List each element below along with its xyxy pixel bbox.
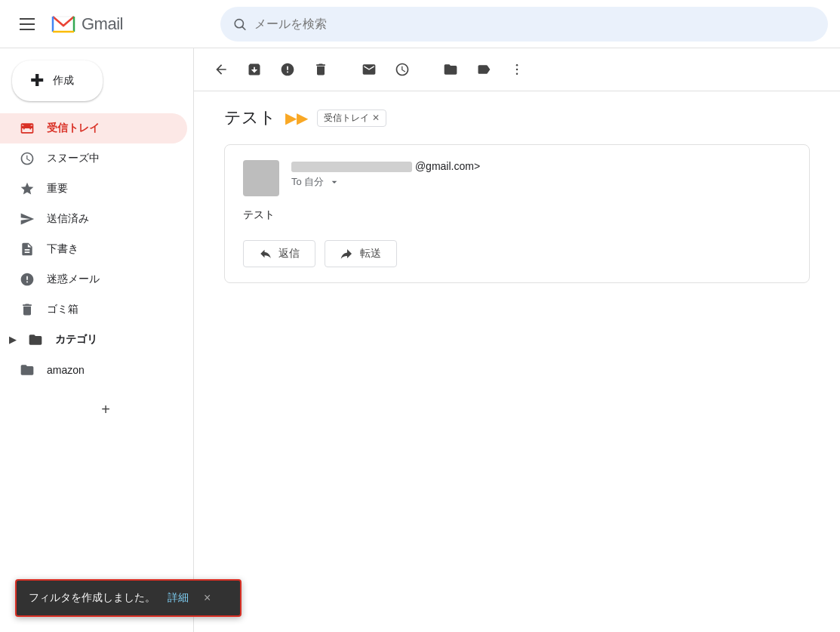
delete-button[interactable] (306, 54, 336, 85)
sender-suffix: @gmail.com> (415, 160, 480, 172)
important-icon (20, 181, 35, 196)
toast-notification: フィルタを作成しました。 詳細 × (15, 579, 242, 617)
email-subject: テスト (224, 106, 276, 129)
search-icon (232, 17, 247, 32)
sidebar-item-trash-label: ゴミ箱 (47, 303, 78, 316)
email-subject-row: テスト ▶▶ 受信トレイ ✕ (224, 106, 810, 129)
sidebar-item-snoozed[interactable]: スヌーズ中 (0, 143, 187, 174)
sidebar-item-sent-label: 送信済み (47, 212, 89, 226)
email-content-area: テスト ▶▶ 受信トレイ ✕ @gmail.com> (193, 48, 840, 632)
svg-point-3 (516, 69, 518, 71)
reply-button[interactable]: 返信 (243, 240, 315, 267)
email-body-text: テスト (243, 208, 791, 222)
compose-button[interactable]: ✚ 作成 (12, 60, 103, 101)
sidebar-item-important[interactable]: 重要 (0, 174, 187, 204)
toast-message: フィルタを作成しました。 (29, 591, 155, 605)
category-icon (28, 332, 43, 347)
gmail-logo: Gmail (50, 11, 123, 38)
sidebar-item-amazon-label: amazon (47, 364, 85, 376)
gmail-m-icon (50, 11, 77, 38)
sidebar-item-drafts[interactable]: 下書き (0, 234, 187, 264)
sidebar-item-trash[interactable]: ゴミ箱 (0, 294, 187, 325)
email-toolbar (194, 48, 840, 91)
sender-redacted (291, 162, 412, 172)
compose-plus-icon: ✚ (30, 72, 44, 89)
sent-icon (20, 211, 35, 227)
svg-point-2 (516, 64, 518, 66)
move-button[interactable] (435, 54, 466, 85)
spam-button[interactable] (272, 54, 303, 85)
email-header: @gmail.com> To 自分 (243, 160, 791, 196)
archive-button[interactable] (239, 54, 269, 85)
mark-unread-button[interactable] (354, 54, 384, 85)
svg-point-4 (516, 73, 518, 76)
trash-icon (20, 302, 35, 317)
to-dropdown[interactable] (328, 176, 340, 188)
spam-icon (20, 272, 35, 287)
email-body-area: テスト ▶▶ 受信トレイ ✕ @gmail.com> (194, 91, 840, 298)
sidebar-item-drafts-label: 下書き (47, 242, 78, 256)
gmail-title: Gmail (82, 14, 123, 34)
sidebar-categories[interactable]: ▶ カテゴリ (0, 325, 187, 355)
sidebar-item-snoozed-label: スヌーズ中 (47, 152, 100, 165)
sidebar-item-inbox[interactable]: 受信トレイ (0, 113, 187, 143)
forward-button[interactable]: 転送 (325, 240, 397, 267)
forward-label: 転送 (360, 247, 381, 261)
snooze-icon (20, 151, 35, 166)
label-arrow-icon: ▶▶ (285, 109, 308, 127)
sidebar-item-important-label: 重要 (47, 182, 68, 196)
sidebar-item-spam-label: 迷惑メール (47, 273, 100, 286)
reply-label: 返信 (278, 247, 300, 261)
compose-label: 作成 (53, 74, 74, 88)
amazon-icon (20, 362, 35, 378)
sidebar-item-amazon[interactable]: amazon (0, 355, 187, 385)
toast-close-button[interactable]: × (204, 591, 211, 605)
sidebar-item-sent[interactable]: 送信済み (0, 204, 187, 234)
add-label-button[interactable]: + (91, 394, 121, 424)
toast-link[interactable]: 詳細 (168, 591, 189, 605)
drafts-icon (20, 242, 35, 257)
label-badge-text: 受信トレイ (324, 112, 369, 125)
label-button[interactable] (469, 54, 499, 85)
sender-email: @gmail.com> (291, 160, 791, 172)
email-meta: @gmail.com> To 自分 (291, 160, 791, 189)
sender-avatar (243, 160, 279, 196)
to-label: To 自分 (291, 175, 324, 189)
categories-label: カテゴリ (55, 333, 97, 347)
snooze-button[interactable] (387, 54, 417, 85)
sidebar-item-spam[interactable]: 迷惑メール (0, 264, 187, 294)
sidebar-item-inbox-label: 受信トレイ (47, 122, 100, 135)
email-actions: 返信 転送 (243, 240, 791, 267)
label-badge[interactable]: 受信トレイ ✕ (317, 109, 386, 127)
inbox-icon (20, 121, 35, 136)
category-expand-icon: ▶ (9, 334, 16, 345)
back-button[interactable] (206, 54, 236, 85)
search-bar[interactable] (220, 7, 828, 42)
search-input[interactable] (254, 17, 816, 31)
email-message: @gmail.com> To 自分 テスト 返信 (224, 144, 810, 283)
sidebar: ✚ 作成 受信トレイ スヌーズ中 重要 (0, 48, 193, 632)
more-options-button[interactable] (502, 54, 532, 85)
hamburger-menu-button[interactable] (12, 9, 42, 39)
to-line: To 自分 (291, 175, 791, 189)
label-close-icon: ✕ (372, 113, 380, 123)
